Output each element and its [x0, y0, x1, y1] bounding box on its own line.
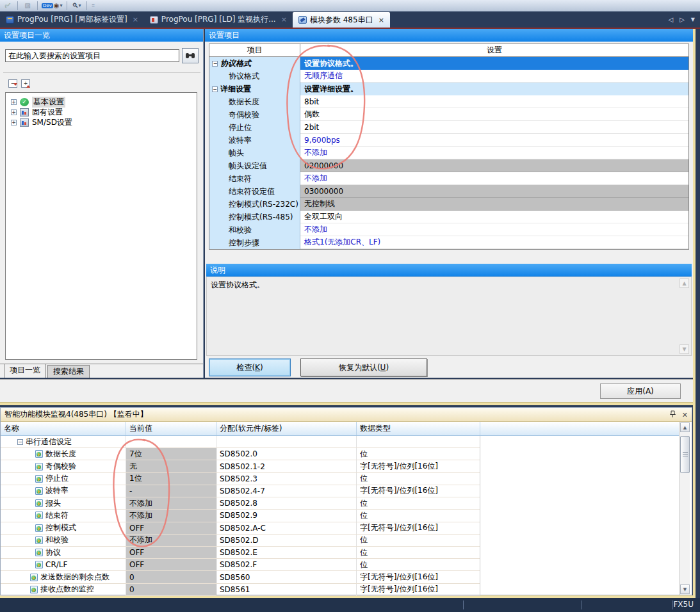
setting-value-cell[interactable]: 9,600bps	[300, 134, 688, 147]
setting-value-cell[interactable]: 设置协议格式。	[300, 57, 688, 70]
setting-value-cell[interactable]: 03000000	[300, 185, 688, 198]
monitor-row[interactable]: CR/LFOFFSD8502.F位	[1, 559, 480, 571]
monitor-row[interactable]: 和校验不添加SD8502.D位	[1, 535, 480, 547]
monitor-datatype-cell: 字[无符号]/位列[16位]	[357, 522, 480, 534]
tab-scroll-right-icon[interactable]: ▷	[680, 16, 685, 23]
settings-row[interactable]: −协议格式设置协议格式。	[209, 57, 688, 70]
document-tab[interactable]: ProgPou [PRG] [局部标签设置]×	[0, 12, 144, 28]
stamp-gray-icon[interactable]: ▨	[22, 1, 33, 10]
scroll-thumb[interactable]	[680, 436, 690, 473]
document-tab[interactable]: ProgPou [PRG] [LD] 监视执行...×	[144, 12, 293, 28]
monitor-scrollbar[interactable]: ▲ ▼	[679, 422, 690, 595]
monitor-row[interactable]: 发送数据的剩余点数0SD8560字[无符号]/位列[16位]	[1, 571, 480, 583]
collapse-icon[interactable]: −	[212, 61, 218, 67]
collapse-all-icon[interactable]: −	[8, 79, 17, 88]
monitor-name-label: 结束符	[45, 510, 69, 521]
monitor-datatype-cell: 位	[357, 547, 480, 558]
collapse-icon[interactable]: −	[17, 439, 23, 445]
close-icon[interactable]: ✕	[682, 411, 688, 419]
setting-item-panel: 设置项目 项目 设置 −协议格式设置协议格式。协议格式无顺序通信−详细设置设置详…	[205, 29, 693, 378]
expand-icon[interactable]: +	[11, 109, 17, 115]
collapse-icon[interactable]: −	[212, 86, 218, 92]
device-monitor-icon	[35, 487, 43, 495]
monitor-name-label: 协议	[45, 547, 61, 558]
tab-scroll-left-icon[interactable]: ◁	[668, 16, 673, 23]
expand-all-icon[interactable]: +	[21, 79, 30, 88]
tab-close-icon[interactable]: ×	[378, 16, 384, 24]
setting-value-cell[interactable]: 无控制线	[300, 198, 688, 211]
setting-item-cell: −协议格式	[209, 57, 300, 70]
settings-row[interactable]: 结束符不添加	[209, 172, 688, 185]
setting-value-cell[interactable]: 8bit	[300, 95, 688, 108]
tab-item-list[interactable]: 项目一览	[4, 364, 46, 378]
monitor-row[interactable]: 波特率-SD8502.4-7字[无符号]/位列[16位]	[1, 485, 480, 497]
tab-close-icon[interactable]: ×	[281, 15, 287, 24]
setting-item-cell: 停止位	[209, 121, 300, 134]
monitor-row[interactable]: 停止位1位SD8502.3位	[1, 473, 480, 485]
setting-value-cell[interactable]: 不添加	[300, 223, 688, 236]
expand-icon[interactable]: +	[11, 120, 17, 125]
setting-value-cell[interactable]: 2bit	[300, 121, 688, 134]
monitor-device-cell	[216, 436, 357, 447]
settings-row[interactable]: 控制模式(RS-485)全双工双向	[209, 211, 688, 223]
settings-row[interactable]: 奇偶校验偶数	[209, 108, 688, 121]
monitor-row[interactable]: 奇偶校验无SD8502.1-2字[无符号]/位列[16位]	[1, 460, 480, 472]
setting-value-cell[interactable]: 不添加	[300, 172, 688, 185]
monitor-row[interactable]: 协议OFFSD8502.E位	[1, 547, 480, 559]
dev-eye-icon[interactable]: Dev ◉▾	[42, 2, 63, 9]
settings-row[interactable]: 帧头设定值02000000	[209, 159, 688, 172]
settings-row[interactable]: 控制步骤格式1(无添加CR、LF)	[209, 236, 688, 249]
device-monitor-icon	[30, 574, 38, 581]
tree-item[interactable]: +SM/SD设置	[6, 117, 197, 127]
search-input[interactable]	[5, 49, 179, 62]
scroll-down-icon[interactable]: ▼	[680, 584, 690, 594]
tab-close-icon[interactable]: ×	[133, 15, 138, 24]
monitor-current-value-cell: 不添加	[126, 535, 216, 546]
monitor-row[interactable]: −串行通信设定	[1, 436, 480, 448]
settings-row[interactable]: 帧头不添加	[209, 147, 688, 159]
setting-value-cell[interactable]: 偶数	[300, 108, 688, 121]
expand-icon[interactable]: +	[11, 99, 17, 105]
settings-row[interactable]: 结束符设定值03000000	[209, 185, 688, 198]
tree-item[interactable]: +固有设置	[6, 107, 197, 117]
scroll-up-icon[interactable]: ▲	[680, 423, 690, 432]
setting-value-cell[interactable]: 无顺序通信	[300, 70, 688, 83]
settings-row[interactable]: −详细设置设置详细设置。	[209, 83, 688, 95]
setting-item-label: 停止位	[229, 122, 252, 133]
monitor-row[interactable]: 接收点数的监控0SD8561字[无符号]/位列[16位]	[1, 584, 480, 596]
settings-row[interactable]: 停止位2bit	[209, 121, 688, 134]
search-button[interactable]	[182, 48, 199, 63]
document-tab[interactable]: 模块参数 485串口×	[293, 12, 390, 28]
check-button[interactable]: 检查(K)	[209, 358, 291, 376]
setting-value-cell[interactable]: 02000000	[300, 159, 688, 172]
settings-row[interactable]: 数据长度8bit	[209, 95, 688, 108]
settings-row[interactable]: 和校验不添加	[209, 223, 688, 236]
device-check-icon[interactable]: ✅︎	[2, 1, 13, 10]
monitor-name-cell: 结束符	[1, 510, 126, 521]
zoom-select-icon[interactable]: 🔍︎▾	[71, 1, 83, 10]
overflow-icon[interactable]: ＝	[91, 2, 96, 9]
settings-row[interactable]: 协议格式无顺序通信	[209, 70, 688, 83]
settings-row[interactable]: 控制模式(RS-232C)无控制线	[209, 198, 688, 211]
tree-item[interactable]: +基本设置	[6, 97, 197, 107]
monitor-name-cell: 停止位	[1, 473, 126, 485]
monitor-name-cell: 报头	[1, 497, 126, 509]
setting-value-cell[interactable]: 全双工双向	[300, 211, 688, 223]
desc-scroll-down-icon[interactable]: ▼	[680, 344, 689, 354]
setting-value-cell[interactable]: 格式1(无添加CR、LF)	[300, 236, 688, 249]
pin-icon[interactable]	[670, 410, 676, 420]
tab-search-result[interactable]: 搜索结果	[47, 365, 90, 378]
monitor-name-label: 串行通信设定	[26, 437, 72, 447]
tab-list-menu-icon[interactable]: ▼	[691, 17, 695, 22]
settings-row[interactable]: 波特率9,600bps	[209, 134, 688, 147]
apply-button[interactable]: 应用(A)	[600, 383, 681, 399]
monitor-row[interactable]: 数据长度7位SD8502.0位	[1, 448, 480, 460]
document-icon	[298, 16, 307, 24]
setting-value-cell[interactable]: 设置详细设置。	[300, 83, 688, 95]
monitor-row[interactable]: 报头不添加SD8502.8位	[1, 497, 480, 510]
restore-default-button[interactable]: 恢复为默认(U)	[300, 358, 427, 376]
setting-value-cell[interactable]: 不添加	[300, 147, 688, 159]
monitor-row[interactable]: 结束符不添加SD8502.9位	[1, 510, 480, 522]
monitor-row[interactable]: 控制模式OFFSD8502.A-C字[无符号]/位列[16位]	[1, 522, 480, 535]
desc-scroll-up-icon[interactable]: ▲	[680, 278, 689, 288]
